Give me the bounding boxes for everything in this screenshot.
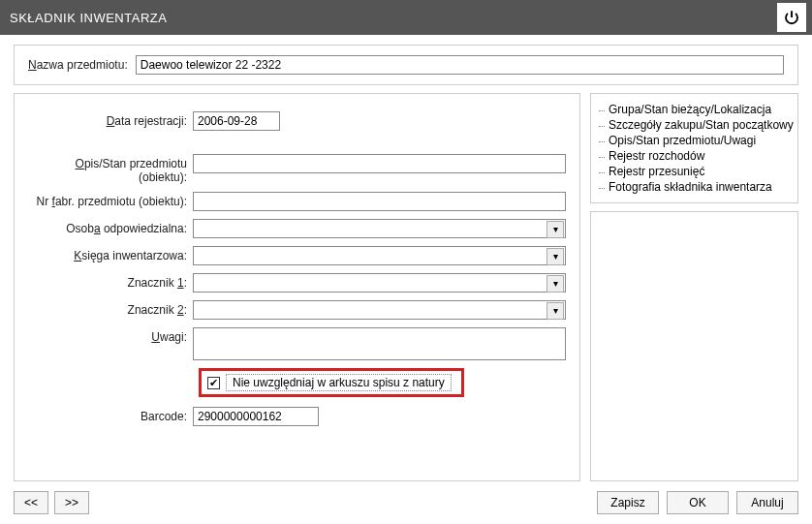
zn2-select[interactable] <box>193 300 566 320</box>
tree-item-szczegoly[interactable]: Szczegóły zakupu/Stan początkowy <box>599 117 790 133</box>
window-title: SKŁADNIK INWENTARZA <box>10 11 167 25</box>
tree-item-rozchodow[interactable]: Rejestr rozchodów <box>599 148 790 164</box>
zn1-label: Znacznik 1: <box>28 273 193 290</box>
left-column: Data rejestracji: Opis/Stan przedmiotu (… <box>14 93 580 481</box>
save-button[interactable]: Zapisz <box>597 491 659 514</box>
ok-button[interactable]: OK <box>667 491 729 514</box>
barcode-input[interactable] <box>193 407 319 426</box>
osoba-label: Osoba odpowiedzialna: <box>28 219 193 235</box>
titlebar: SKŁADNIK INWENTARZA <box>0 0 812 35</box>
nav-buttons: << >> <box>14 491 89 514</box>
name-label: Nazwa przedmiotu: <box>28 58 128 72</box>
uwagi-label: Uwagi: <box>28 327 193 344</box>
right-column: Grupa/Stan bieżący/Lokalizacja Szczegóły… <box>590 93 798 481</box>
checkbox-label: Nie uwzględniaj w arkuszu spisu z natury <box>226 374 452 391</box>
uwagi-textarea[interactable] <box>193 327 566 360</box>
tree-item-fotografia[interactable]: Fotografia składnika inwentarza <box>599 179 790 195</box>
next-button[interactable]: >> <box>54 491 89 514</box>
ksiega-select[interactable] <box>193 246 566 265</box>
fabr-label: Nr fabr. przedmiotu (obiektu): <box>28 192 193 208</box>
power-button[interactable] <box>777 3 806 32</box>
zn2-label: Znacznik 2: <box>28 300 193 317</box>
checkbox-row: ✔ Nie uwzględniaj w arkuszu spisu z natu… <box>199 368 566 397</box>
date-input[interactable] <box>193 111 280 131</box>
tree-item-przesuniec[interactable]: Rejestr przesunięć <box>599 164 790 179</box>
name-input[interactable] <box>136 55 784 75</box>
desc-input[interactable] <box>193 154 566 173</box>
tree-panel: Grupa/Stan bieżący/Lokalizacja Szczegóły… <box>590 93 798 203</box>
fabr-input[interactable] <box>193 192 566 211</box>
form-panel: Data rejestracji: Opis/Stan przedmiotu (… <box>14 93 580 481</box>
cancel-button[interactable]: Anuluj <box>736 491 798 514</box>
tree-item-opis[interactable]: Opis/Stan przedmiotu/Uwagi <box>599 133 790 148</box>
desc-label: Opis/Stan przedmiotu (obiektu): <box>28 154 193 184</box>
bottom-row: << >> Zapisz OK Anuluj <box>14 491 798 514</box>
content-area: Nazwa przedmiotu: Data rejestracji: Opis… <box>0 35 812 524</box>
zn1-select[interactable] <box>193 273 566 293</box>
barcode-label: Barcode: <box>28 407 193 423</box>
tree-item-grupa[interactable]: Grupa/Stan bieżący/Lokalizacja <box>599 102 790 117</box>
action-buttons: Zapisz OK Anuluj <box>597 491 798 514</box>
ksiega-label: Księga inwentarzowa: <box>28 246 193 262</box>
exclude-checkbox[interactable]: ✔ <box>207 377 220 389</box>
name-panel: Nazwa przedmiotu: <box>14 45 798 85</box>
preview-panel <box>590 211 798 481</box>
osoba-select[interactable] <box>193 219 566 238</box>
mid-row: Data rejestracji: Opis/Stan przedmiotu (… <box>14 93 798 481</box>
highlight-box: ✔ Nie uwzględniaj w arkuszu spisu z natu… <box>199 368 464 397</box>
prev-button[interactable]: << <box>14 491 48 514</box>
date-label: Data rejestracji: <box>28 111 193 128</box>
power-icon <box>783 9 800 26</box>
